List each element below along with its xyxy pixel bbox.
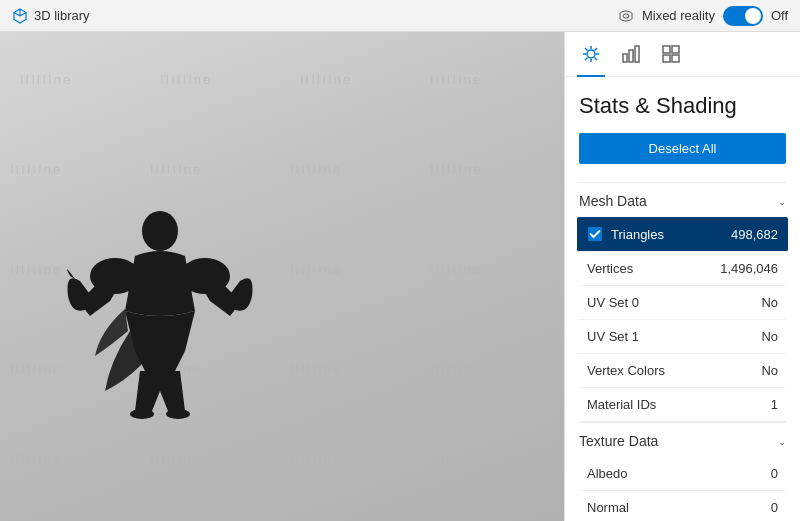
sun-icon (581, 44, 601, 64)
triangles-row-left: Triangles (587, 226, 664, 242)
vertex-colors-value: No (761, 363, 778, 378)
material-ids-label: Material IDs (587, 397, 656, 412)
watermark: IIIIIIne (10, 452, 62, 467)
svg-line-11 (585, 48, 588, 51)
svg-line-13 (595, 48, 598, 51)
mesh-data-section-header[interactable]: Mesh Data ⌄ (579, 182, 786, 217)
viewport[interactable]: IIIIIIne IIIIIIne IIIIIIne IIIIIIne IIII… (0, 32, 564, 521)
svg-point-5 (166, 409, 190, 419)
tab-lighting[interactable] (577, 40, 605, 68)
vertices-label: Vertices (587, 261, 633, 276)
uvset1-row: UV Set 1 No (579, 320, 786, 354)
uvset1-label: UV Set 1 (587, 329, 639, 344)
3d-library-label: 3D library (34, 8, 90, 23)
panel-content: Stats & Shading Deselect All Mesh Data ⌄… (565, 77, 800, 521)
svg-rect-16 (629, 50, 633, 62)
watermark: IIIIIIne (20, 72, 72, 87)
tab-shading[interactable] (657, 40, 685, 68)
watermark: IIIIIIne (290, 262, 342, 277)
mixed-reality-icon (618, 8, 634, 24)
albedo-label: Albedo (587, 466, 627, 481)
svg-point-4 (130, 409, 154, 419)
mixed-reality-label: Mixed reality (642, 8, 715, 23)
mixed-reality-toggle[interactable] (723, 6, 763, 26)
vertices-row: Vertices 1,496,046 (579, 252, 786, 286)
normal-label: Normal (587, 500, 629, 515)
normal-row: Normal 0 (579, 491, 786, 521)
watermark: IIIIIIne (290, 162, 342, 177)
uvset0-label: UV Set 0 (587, 295, 639, 310)
mesh-data-chevron: ⌄ (778, 196, 786, 207)
uvset1-value: No (761, 329, 778, 344)
watermark: IIIIIIne (300, 72, 352, 87)
watermark: IIIIIIne (430, 362, 482, 377)
svg-line-12 (595, 58, 598, 61)
watermark: IIIIIIne (10, 262, 62, 277)
panel-title: Stats & Shading (579, 93, 786, 119)
vertex-colors-row: Vertex Colors No (579, 354, 786, 388)
svg-point-0 (623, 14, 629, 18)
tab-stats[interactable] (617, 40, 645, 68)
watermark: IIIIIIne (290, 452, 342, 467)
texture-data-section-header[interactable]: Texture Data ⌄ (579, 422, 786, 457)
deselect-all-button[interactable]: Deselect All (579, 133, 786, 164)
checkbox-checked-icon (587, 226, 603, 242)
cube-icon (12, 8, 28, 24)
mesh-data-title: Mesh Data (579, 193, 647, 209)
svg-point-1 (142, 211, 178, 251)
svg-rect-19 (672, 46, 679, 53)
watermark: IIIIIIne (290, 362, 342, 377)
watermark: IIIIIIne (430, 162, 482, 177)
albedo-value: 0 (771, 466, 778, 481)
grid-icon (661, 44, 681, 64)
watermark: IIIIIIne (430, 262, 482, 277)
triangles-value: 498,682 (731, 227, 778, 242)
watermark: IIIIIIne (10, 162, 62, 177)
texture-data-chevron: ⌄ (778, 436, 786, 447)
watermark: IIIIIIne (430, 72, 482, 87)
triangles-label: Triangles (611, 227, 664, 242)
svg-point-6 (587, 50, 595, 58)
main-area: IIIIIIne IIIIIIne IIIIIIne IIIIIIne IIII… (0, 32, 800, 521)
watermark: IIIIIIne (430, 452, 482, 467)
vertices-value: 1,496,046 (720, 261, 778, 276)
3d-library-button[interactable]: 3D library (12, 8, 90, 24)
uvset0-row: UV Set 0 No (579, 286, 786, 320)
material-ids-value: 1 (771, 397, 778, 412)
triangles-row[interactable]: Triangles 498,682 (577, 217, 788, 252)
watermark: IIIIIIne (150, 162, 202, 177)
watermark: IIIIIIne (150, 452, 202, 467)
top-bar: 3D library Mixed reality Off (0, 0, 800, 32)
svg-rect-20 (663, 55, 670, 62)
texture-data-title: Texture Data (579, 433, 658, 449)
watermark: IIIIIIne (160, 72, 212, 87)
mixed-reality-toggle-container: Mixed reality Off (618, 6, 788, 26)
uvset0-value: No (761, 295, 778, 310)
svg-rect-18 (663, 46, 670, 53)
panel-tabs (565, 32, 800, 77)
material-ids-row: Material IDs 1 (579, 388, 786, 422)
character-svg (60, 201, 260, 421)
triangles-checkbox[interactable] (587, 226, 603, 242)
svg-rect-15 (623, 54, 627, 62)
svg-line-14 (585, 58, 588, 61)
watermark: IIIIIIne (10, 362, 62, 377)
vertex-colors-label: Vertex Colors (587, 363, 665, 378)
character-model (60, 201, 260, 421)
right-panel: Stats & Shading Deselect All Mesh Data ⌄… (564, 32, 800, 521)
chart-icon (621, 44, 641, 64)
svg-rect-21 (672, 55, 679, 62)
normal-value: 0 (771, 500, 778, 515)
albedo-row: Albedo 0 (579, 457, 786, 491)
svg-rect-17 (635, 46, 639, 62)
toggle-off-label: Off (771, 8, 788, 23)
